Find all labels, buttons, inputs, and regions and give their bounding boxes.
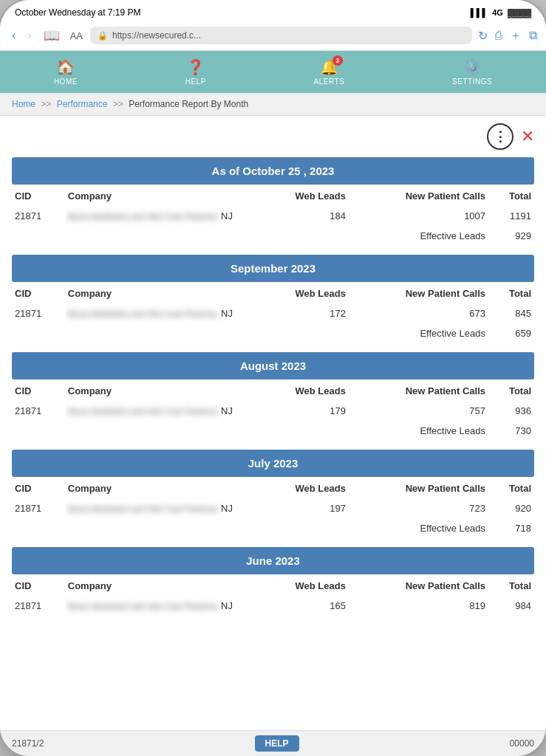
alerts-wrapper: 🔔 3: [320, 58, 338, 76]
address-bar[interactable]: 🔒 https://newsecured.c...: [90, 27, 472, 44]
effective-empty-1: [12, 323, 257, 343]
table-head-aug2023: CIDCompanyWeb LeadsNew Patient CallsTota…: [12, 379, 534, 401]
data-table-aug2023: CIDCompanyWeb LeadsNew Patient CallsTota…: [12, 379, 534, 441]
tabs-button[interactable]: ⧉: [529, 29, 537, 42]
device-frame: October Wednesday at 7:19 PM ▌▌▌ 4G ▓▓▓▓…: [0, 0, 546, 756]
home-label: HOME: [54, 78, 78, 86]
section-header-aug2023: August 2023: [12, 352, 534, 379]
effective-leads-value: 659: [488, 323, 534, 343]
table-body-sep2023: 21871Ifyoun Aesthetics and Vein Care Par…: [12, 303, 534, 343]
table-head-jul2023: CIDCompanyWeb LeadsNew Patient CallsTota…: [12, 477, 534, 498]
cell-web-leads: 179: [257, 401, 349, 421]
table-wrapper-aug2023: CIDCompanyWeb LeadsNew Patient CallsTota…: [0, 379, 546, 441]
network-type: 4G: [492, 8, 503, 17]
main-content: ⋮ ✕ As of October 25 , 2023CIDCompanyWeb…: [0, 116, 546, 730]
effective-empty-2: [257, 421, 349, 441]
cell-company: Ifyoun Aesthetics and Vein Care Paramou …: [65, 498, 257, 518]
status-time: October Wednesday at 7:19 PM: [15, 7, 141, 18]
col-header-total: Total: [488, 282, 534, 303]
nav-help[interactable]: ❓ HELP: [174, 55, 218, 89]
settings-icon: ⚙️: [463, 58, 482, 76]
breadcrumb-home[interactable]: Home: [12, 99, 35, 109]
section-oct2023: As of October 25 , 2023CIDCompanyWeb Lea…: [0, 157, 546, 255]
company-blurred-text: Ifyoun Aesthetics and Vein Care Paramou: [68, 212, 219, 221]
table-row: 21871Ifyoun Aesthetics and Vein Care Par…: [12, 303, 534, 323]
col-header-new_patient_calls: New Patient Calls: [349, 185, 488, 206]
table-wrapper-oct2023: CIDCompanyWeb LeadsNew Patient CallsTota…: [0, 185, 546, 246]
col-header-cid: CID: [12, 574, 65, 596]
col-header-new_patient_calls: New Patient Calls: [349, 574, 488, 596]
table-wrapper-sep2023: CIDCompanyWeb LeadsNew Patient CallsTota…: [0, 282, 546, 343]
footer-left: 21871/2: [12, 738, 44, 749]
back-button[interactable]: ‹: [9, 27, 18, 44]
data-table-jul2023: CIDCompanyWeb LeadsNew Patient CallsTota…: [12, 477, 534, 538]
cell-new-patient-calls: 757: [349, 401, 488, 421]
close-button[interactable]: ✕: [521, 127, 534, 146]
col-header-company: Company: [65, 379, 257, 401]
section-jun2023: June 2023CIDCompanyWeb LeadsNew Patient …: [0, 547, 546, 625]
cell-total: 1191: [488, 206, 534, 226]
effective-leads-label: Effective Leads: [349, 323, 488, 343]
company-blurred-text: Ifyoun Aesthetics and Vein Care Paramou: [68, 504, 219, 513]
col-header-web_leads: Web Leads: [257, 379, 349, 401]
table-body-oct2023: 21871Ifyoun Aesthetics and Vein Care Par…: [12, 206, 534, 246]
col-header-new_patient_calls: New Patient Calls: [349, 379, 488, 401]
section-aug2023: August 2023CIDCompanyWeb LeadsNew Patien…: [0, 352, 546, 450]
more-options-button[interactable]: ⋮: [487, 123, 513, 150]
table-head-oct2023: CIDCompanyWeb LeadsNew Patient CallsTota…: [12, 185, 534, 206]
effective-leads-value: 730: [488, 421, 534, 441]
table-row: 21871Ifyoun Aesthetics and Vein Care Par…: [12, 596, 534, 616]
help-label: HELP: [185, 78, 206, 86]
table-row: 21871Ifyoun Aesthetics and Vein Care Par…: [12, 498, 534, 518]
col-header-web_leads: Web Leads: [257, 574, 349, 596]
footer-right: 00000: [510, 738, 534, 749]
cell-cid: 21871: [12, 206, 65, 226]
cell-web-leads: 165: [257, 596, 349, 616]
browser-chrome: ‹ › 📖 AA 🔒 https://newsecured.c... ↻ ⎙ ＋…: [0, 22, 546, 51]
effective-leads-row: Effective Leads659: [12, 323, 534, 343]
col-header-total: Total: [488, 185, 534, 206]
footer-help-button[interactable]: HELP: [255, 735, 299, 752]
cell-company: Ifyoun Aesthetics and Vein Care Paramou …: [65, 206, 257, 226]
col-header-new_patient_calls: New Patient Calls: [349, 477, 488, 498]
col-header-cid: CID: [12, 379, 65, 401]
effective-leads-value: 929: [488, 226, 534, 246]
effective-empty-2: [257, 323, 349, 343]
col-header-cid: CID: [12, 477, 65, 498]
effective-leads-row: Effective Leads730: [12, 421, 534, 441]
nav-alerts[interactable]: 🔔 3 ALERTS: [302, 55, 357, 89]
new-tab-button[interactable]: ＋: [510, 28, 522, 44]
cell-total: 984: [488, 596, 534, 616]
cell-web-leads: 197: [257, 498, 349, 518]
table-wrapper-jul2023: CIDCompanyWeb LeadsNew Patient CallsTota…: [0, 477, 546, 538]
breadcrumb-performance[interactable]: Performance: [57, 99, 108, 109]
col-header-web_leads: Web Leads: [257, 477, 349, 498]
col-header-cid: CID: [12, 185, 65, 206]
effective-leads-label: Effective Leads: [349, 226, 488, 246]
text-size-button[interactable]: AA: [69, 30, 84, 41]
col-header-web_leads: Web Leads: [257, 282, 349, 303]
reload-button[interactable]: ↻: [478, 29, 488, 43]
cell-new-patient-calls: 723: [349, 498, 488, 518]
company-blurred-text: Ifyoun Aesthetics and Vein Care Paramou: [68, 407, 219, 416]
share-button[interactable]: ⎙: [495, 29, 502, 42]
nav-home[interactable]: 🏠 HOME: [42, 55, 89, 89]
cell-cid: 21871: [12, 596, 65, 616]
breadcrumb: Home >> Performance >> Performance Repor…: [0, 93, 546, 116]
col-header-company: Company: [65, 477, 257, 498]
cell-new-patient-calls: 819: [349, 596, 488, 616]
effective-empty-1: [12, 226, 257, 246]
col-header-total: Total: [488, 379, 534, 401]
effective-leads-value: 718: [488, 518, 534, 538]
section-header-jun2023: June 2023: [12, 547, 534, 574]
cell-web-leads: 172: [257, 303, 349, 323]
col-header-cid: CID: [12, 282, 65, 303]
col-header-total: Total: [488, 574, 534, 596]
bookmarks-icon[interactable]: 📖: [41, 27, 63, 44]
table-wrapper-jun2023: CIDCompanyWeb LeadsNew Patient CallsTota…: [0, 574, 546, 616]
company-blurred-text: Ifyoun Aesthetics and Vein Care Paramou: [68, 309, 219, 318]
nav-settings[interactable]: ⚙️ SETTINGS: [440, 55, 504, 89]
cell-new-patient-calls: 673: [349, 303, 488, 323]
forward-button[interactable]: ›: [24, 27, 34, 44]
footer-bar: 21871/2 HELP 00000: [0, 730, 546, 756]
